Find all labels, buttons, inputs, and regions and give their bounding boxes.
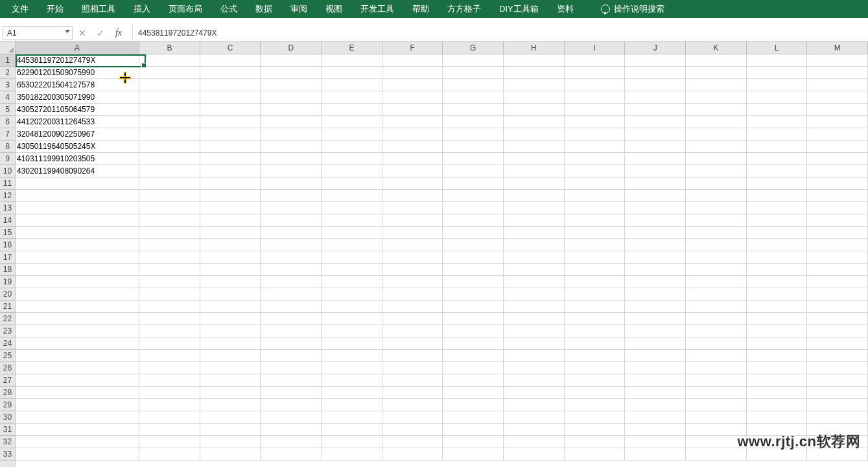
- cell-K2[interactable]: [686, 67, 747, 79]
- cell-J9[interactable]: [625, 153, 686, 165]
- cell-E1[interactable]: [322, 54, 382, 67]
- cell-F33[interactable]: [382, 448, 443, 461]
- row-header-6[interactable]: 6: [0, 116, 15, 128]
- row-header-13[interactable]: 13: [0, 202, 15, 214]
- cell-G27[interactable]: [443, 374, 504, 387]
- cell-K20[interactable]: [686, 288, 747, 301]
- cell-K17[interactable]: [686, 251, 747, 264]
- cell-M12[interactable]: [807, 190, 868, 202]
- row-header-19[interactable]: 19: [0, 276, 15, 288]
- cell-C8[interactable]: [200, 141, 261, 153]
- cell-K6[interactable]: [686, 116, 747, 128]
- cell-F5[interactable]: [382, 104, 443, 116]
- cell-K19[interactable]: [686, 276, 747, 288]
- cell-B7[interactable]: [139, 128, 200, 141]
- row-header-14[interactable]: 14: [0, 214, 15, 227]
- row-header-2[interactable]: 2: [0, 67, 15, 79]
- cell-F3[interactable]: [382, 79, 443, 91]
- cell-G23[interactable]: [443, 325, 504, 337]
- cell-H2[interactable]: [504, 67, 565, 79]
- cell-L17[interactable]: [747, 251, 808, 264]
- cell-D27[interactable]: [261, 374, 322, 387]
- cell-K29[interactable]: [686, 399, 747, 411]
- cell-F1[interactable]: [382, 54, 443, 67]
- cell-M18[interactable]: [807, 264, 868, 276]
- cell-H18[interactable]: [504, 264, 565, 276]
- cell-H17[interactable]: [504, 251, 565, 264]
- cell-L29[interactable]: [747, 399, 808, 411]
- cell-G11[interactable]: [443, 177, 504, 190]
- cell-F22[interactable]: [382, 313, 443, 325]
- cell-I24[interactable]: [565, 337, 626, 350]
- cell-E7[interactable]: [322, 128, 382, 141]
- cell-H3[interactable]: [504, 79, 565, 91]
- cell-K11[interactable]: [686, 177, 747, 190]
- cell-B14[interactable]: [139, 214, 200, 227]
- cell-L2[interactable]: [747, 67, 808, 79]
- cell-K9[interactable]: [686, 153, 747, 165]
- col-header-C[interactable]: C: [200, 41, 261, 54]
- cell-A10[interactable]: 430201199408090264: [16, 165, 139, 177]
- cell-G1[interactable]: [443, 54, 504, 67]
- cell-I16[interactable]: [565, 239, 626, 251]
- cell-B31[interactable]: [139, 424, 200, 436]
- cell-M7[interactable]: [807, 128, 868, 141]
- cell-L28[interactable]: [747, 387, 808, 399]
- cell-E17[interactable]: [322, 251, 382, 264]
- cell-B15[interactable]: [139, 227, 200, 239]
- cell-C11[interactable]: [200, 177, 261, 190]
- row-header-16[interactable]: 16: [0, 239, 15, 251]
- cell-H32[interactable]: [504, 436, 565, 448]
- cell-H30[interactable]: [504, 411, 565, 424]
- cell-E11[interactable]: [322, 177, 382, 190]
- cell-A17[interactable]: [16, 251, 139, 264]
- cell-D21[interactable]: [261, 301, 322, 313]
- cell-E23[interactable]: [322, 325, 382, 337]
- cell-F31[interactable]: [382, 424, 443, 436]
- cell-B29[interactable]: [139, 399, 200, 411]
- cell-L11[interactable]: [747, 177, 808, 190]
- cell-A18[interactable]: [16, 264, 139, 276]
- cell-A23[interactable]: [16, 325, 139, 337]
- cell-F2[interactable]: [382, 67, 443, 79]
- cell-I21[interactable]: [565, 301, 626, 313]
- cell-A31[interactable]: [16, 424, 139, 436]
- cell-G14[interactable]: [443, 214, 504, 227]
- cell-C23[interactable]: [200, 325, 261, 337]
- cell-I7[interactable]: [565, 128, 626, 141]
- cell-I23[interactable]: [565, 325, 626, 337]
- cell-K25[interactable]: [686, 350, 747, 362]
- cell-D23[interactable]: [261, 325, 322, 337]
- cell-H21[interactable]: [504, 301, 565, 313]
- cell-I5[interactable]: [565, 104, 626, 116]
- cell-M30[interactable]: [807, 411, 868, 424]
- row-header-1[interactable]: 1: [0, 54, 15, 67]
- cell-G17[interactable]: [443, 251, 504, 264]
- cell-F14[interactable]: [382, 214, 443, 227]
- cell-M14[interactable]: [807, 214, 868, 227]
- cell-G12[interactable]: [443, 190, 504, 202]
- cell-F12[interactable]: [382, 190, 443, 202]
- cell-J16[interactable]: [625, 239, 686, 251]
- cell-B13[interactable]: [139, 202, 200, 214]
- cell-F6[interactable]: [382, 116, 443, 128]
- cell-D11[interactable]: [261, 177, 322, 190]
- col-header-M[interactable]: M: [807, 41, 868, 54]
- cell-E25[interactable]: [322, 350, 382, 362]
- cell-L4[interactable]: [747, 91, 808, 104]
- cell-B30[interactable]: [139, 411, 200, 424]
- cell-H31[interactable]: [504, 424, 565, 436]
- cell-M23[interactable]: [807, 325, 868, 337]
- cell-K7[interactable]: [686, 128, 747, 141]
- cell-B33[interactable]: [139, 448, 200, 461]
- cell-I32[interactable]: [565, 436, 626, 448]
- cell-G16[interactable]: [443, 239, 504, 251]
- cell-K16[interactable]: [686, 239, 747, 251]
- cell-J4[interactable]: [625, 91, 686, 104]
- col-header-G[interactable]: G: [443, 41, 504, 54]
- ribbon-tab-7[interactable]: 审阅: [281, 0, 316, 18]
- cell-G5[interactable]: [443, 104, 504, 116]
- cell-M6[interactable]: [807, 116, 868, 128]
- cell-K23[interactable]: [686, 325, 747, 337]
- cell-A20[interactable]: [16, 288, 139, 301]
